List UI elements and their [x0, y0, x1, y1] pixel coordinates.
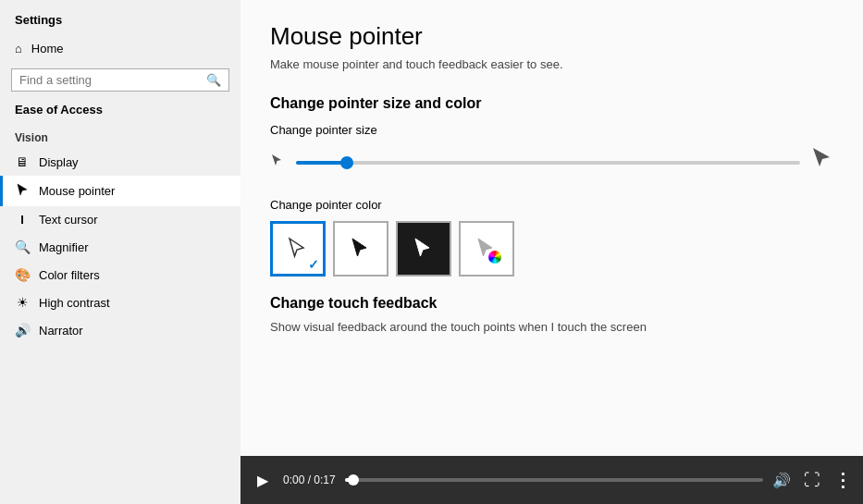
- color-option-inverted[interactable]: [396, 221, 451, 277]
- sidebar-item-magnifier[interactable]: 🔍 Magnifier: [0, 233, 240, 261]
- pointer-color-options: ✓: [270, 221, 833, 277]
- main-content: Mouse pointer Make mouse pointer and tou…: [240, 0, 863, 456]
- pointer-color-label: Change pointer color: [270, 198, 833, 212]
- search-box[interactable]: 🔍: [11, 68, 229, 92]
- pointer-size-track[interactable]: [296, 161, 800, 165]
- search-input[interactable]: [19, 73, 201, 87]
- sidebar-item-high-contrast[interactable]: ☀ High contrast: [0, 289, 240, 316]
- narrator-label: Narrator: [39, 324, 83, 338]
- color-option-black[interactable]: [333, 221, 388, 277]
- more-options-button[interactable]: ⋮: [833, 469, 852, 491]
- pointer-small-icon: [270, 153, 285, 174]
- pointer-large-icon: [811, 146, 833, 179]
- color-option-white[interactable]: ✓: [270, 221, 326, 277]
- fullscreen-button[interactable]: ⛶: [804, 471, 820, 490]
- sidebar: Settings ⌂ Home 🔍 Ease of Access Vision …: [0, 0, 240, 504]
- time-display: 0:00 / 0:17: [283, 473, 336, 486]
- search-icon: 🔍: [206, 73, 221, 87]
- magnifier-icon: 🔍: [15, 240, 30, 254]
- text-cursor-label: Text cursor: [39, 213, 98, 227]
- touch-feedback-title: Change touch feedback: [270, 295, 833, 312]
- page-subtitle: Make mouse pointer and touch feedback ea…: [270, 56, 833, 73]
- mouse-pointer-icon: [15, 182, 30, 200]
- sidebar-item-color-filters[interactable]: 🎨 Color filters: [0, 261, 240, 289]
- pointer-size-label: Change pointer size: [270, 123, 833, 137]
- sidebar-item-mouse-pointer[interactable]: Mouse pointer: [0, 176, 240, 206]
- mouse-pointer-label: Mouse pointer: [39, 184, 115, 198]
- video-player-bar: ▶ 0:00 / 0:17 🔊 ⛶ ⋮: [240, 456, 863, 504]
- sidebar-item-display[interactable]: 🖥 Display: [0, 148, 240, 176]
- high-contrast-label: High contrast: [39, 296, 110, 310]
- narrator-icon: 🔊: [15, 323, 30, 338]
- ease-of-access-label: Ease of Access: [0, 97, 240, 122]
- selected-checkmark: ✓: [308, 257, 319, 272]
- section-title: Change pointer size and color: [270, 95, 833, 112]
- magnifier-label: Magnifier: [39, 240, 88, 254]
- color-filters-label: Color filters: [39, 268, 100, 282]
- sidebar-item-narrator[interactable]: 🔊 Narrator: [0, 316, 240, 344]
- home-icon: ⌂: [15, 42, 22, 55]
- pointer-size-slider-container: [270, 146, 833, 179]
- volume-button[interactable]: 🔊: [772, 472, 791, 489]
- video-controls-right: 🔊 ⛶ ⋮: [772, 469, 852, 491]
- page-title: Mouse pointer: [270, 22, 833, 51]
- play-button[interactable]: ▶: [252, 472, 274, 489]
- display-icon: 🖥: [15, 154, 30, 169]
- color-filters-icon: 🎨: [15, 267, 30, 282]
- home-nav-item[interactable]: ⌂ Home: [0, 34, 240, 63]
- high-contrast-icon: ☀: [15, 295, 30, 310]
- sidebar-item-text-cursor[interactable]: I Text cursor: [0, 206, 240, 233]
- touch-feedback-subtitle: Show visual feedback around the touch po…: [270, 319, 833, 336]
- vision-label: Vision: [0, 122, 240, 148]
- display-label: Display: [39, 155, 79, 169]
- color-option-custom[interactable]: [459, 221, 514, 277]
- settings-title: Settings: [0, 0, 240, 34]
- text-cursor-icon: I: [15, 213, 30, 227]
- video-progress-bar[interactable]: [345, 478, 763, 482]
- home-label: Home: [31, 42, 64, 55]
